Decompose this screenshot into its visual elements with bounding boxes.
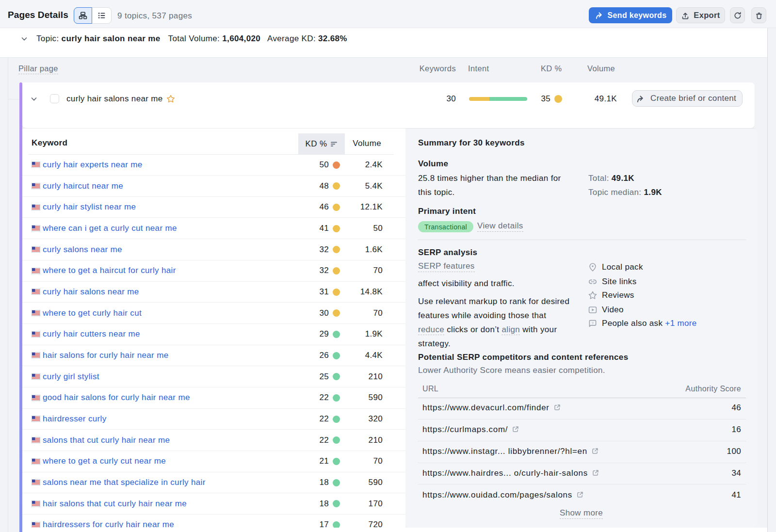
svg-text:?: ? — [592, 321, 594, 325]
